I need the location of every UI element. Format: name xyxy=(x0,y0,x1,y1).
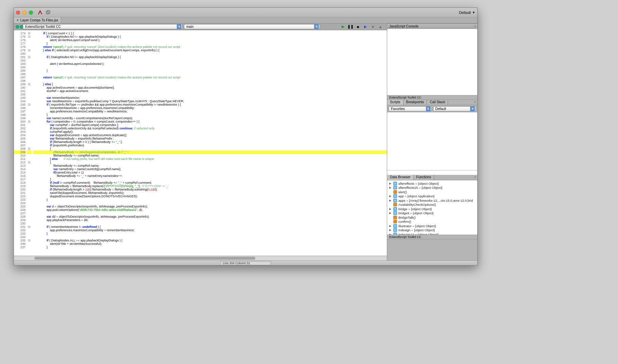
editor-toolbar: ⬤⬤ ExtendScript Toolkit CC ⇅ main ⇅ ▶ ❚❚… xyxy=(14,23,387,30)
code-area[interactable]: if ( compsCount < 1 ) { if ( DialogModes… xyxy=(32,30,387,256)
data-browser-row[interactable]: ▶ illustrator = [object Object] xyxy=(389,224,476,228)
data-browser-row[interactable]: ▶ indesign = [object Object] xyxy=(389,228,476,233)
panel-grip-icon: ≡ xyxy=(473,100,477,105)
data-browser-row[interactable]: ▶ indesign12 = [object Object] xyxy=(389,232,476,235)
data-browser-label: bridge = [object Object] xyxy=(398,207,432,211)
debug-controls: ▶ ❚❚ ■ ▶ ▼ ▲ xyxy=(338,24,385,29)
scripts-search-input[interactable] xyxy=(387,170,477,175)
data-browser-row[interactable]: ▶ bridge = [object Object] xyxy=(389,207,476,211)
data-browser-tabs: Data Browser Functions ≡ xyxy=(387,175,477,180)
data-browser-row[interactable]: ▶ app = [object Application] xyxy=(389,194,476,199)
disclosure-triangle-icon[interactable]: ▶ xyxy=(389,229,392,232)
favorites-dropdown[interactable]: Favorites ⇅ xyxy=(389,106,432,111)
app-logo-icon xyxy=(37,10,43,16)
chain-link-icon[interactable]: ⬤⬤ xyxy=(15,24,21,29)
object-icon xyxy=(393,228,397,232)
object-icon xyxy=(393,211,397,215)
workspace-switcher[interactable]: Default ▼ xyxy=(459,11,475,15)
function-icon xyxy=(393,216,397,219)
scripts-default-dropdown[interactable]: Default ⇅ xyxy=(433,106,476,111)
data-browser-label: aftereffects15 = [object Object] xyxy=(398,186,442,189)
stop-button[interactable]: ■ xyxy=(356,24,360,29)
data-browser-row[interactable]: confirm() xyxy=(389,220,476,224)
line-number-gutter: 1741751761771781791801811821831841851861… xyxy=(14,30,27,256)
scope-dropdown[interactable]: main ⇅ xyxy=(184,24,320,29)
tab-breakpoints[interactable]: Breakpoints xyxy=(404,100,427,105)
data-browser-row[interactable]: ▶ apps = [Array] fireworks-12,...cts-15.… xyxy=(389,198,476,203)
close-tab-icon[interactable]: × xyxy=(17,18,19,22)
console-panel-header[interactable]: JavaScript Console ≡ xyxy=(387,23,477,29)
zoom-window-icon[interactable] xyxy=(29,11,33,15)
status-bar: Line 204 Column 31 xyxy=(14,260,477,265)
windows-icon[interactable] xyxy=(45,10,51,16)
disclosure-triangle-icon[interactable] xyxy=(389,216,392,219)
chevron-down-icon: ⇅ xyxy=(470,107,475,111)
horizontal-scrollbar[interactable] xyxy=(14,256,387,260)
disclosure-triangle-icon[interactable]: ▶ xyxy=(389,186,392,189)
tab-data-browser[interactable]: Data Browser xyxy=(387,175,414,180)
target-application-dropdown[interactable]: ExtendScript Toolkit CC ⇅ xyxy=(23,24,183,29)
app-window: Default ▼ × Layer Comps To Files.jsx ⬤⬤ … xyxy=(14,7,478,266)
disclosure-triangle-icon[interactable]: ▶ xyxy=(389,224,392,228)
document-tab[interactable]: × Layer Comps To Files.jsx xyxy=(14,17,61,23)
pause-button[interactable]: ❚❚ xyxy=(348,24,353,29)
code-editor[interactable]: 1741751761771781791801811821831841851861… xyxy=(14,30,387,256)
panel-grip-icon: ≡ xyxy=(474,24,475,28)
editor-pane: ⬤⬤ ExtendScript Toolkit CC ⇅ main ⇅ ▶ ❚❚… xyxy=(14,23,387,260)
console-engine-label: ExtendScript Toolkit CC xyxy=(387,95,477,100)
disclosure-triangle-icon[interactable]: ▶ xyxy=(389,182,392,185)
console-output[interactable] xyxy=(387,29,477,95)
data-browser-row[interactable]: ▶ bridge8 = [object Object] xyxy=(389,211,476,216)
data-browser-row[interactable]: AvailabilityCheckOptions() xyxy=(389,203,476,207)
data-browser-label: confirm() xyxy=(398,220,411,223)
close-window-icon[interactable] xyxy=(16,11,20,15)
object-icon xyxy=(393,207,397,211)
workspace-label: Default xyxy=(459,11,471,15)
chevron-down-icon: ⇅ xyxy=(314,24,319,29)
data-browser-row[interactable]: alert() xyxy=(389,190,476,194)
cursor-position: Line 204 Column 31 xyxy=(220,261,271,265)
disclosure-triangle-icon[interactable]: ▶ xyxy=(389,199,392,202)
document-tabbar: × Layer Comps To Files.jsx xyxy=(14,17,477,23)
disclosure-triangle-icon[interactable] xyxy=(389,190,392,194)
step-over-button[interactable]: ▶ xyxy=(363,24,368,29)
disclosure-triangle-icon[interactable]: ▶ xyxy=(389,212,392,215)
data-browser-row[interactable]: ▶ aftereffects15 = [object Object] xyxy=(389,186,476,190)
data-browser-label: app = [object Application] xyxy=(398,194,434,198)
disclosure-triangle-icon[interactable] xyxy=(389,203,392,206)
fold-gutter[interactable]: ⊟⊟ ⊟ ⊟ ⊟ ⊟ ⊟ ⊟ ⊟ ⊟ ⊟ xyxy=(27,30,32,256)
object-icon xyxy=(393,233,397,235)
tab-functions[interactable]: Functions xyxy=(414,175,434,180)
tab-scripts[interactable]: Scripts xyxy=(387,100,404,105)
svg-rect-1 xyxy=(47,11,50,13)
data-browser-row[interactable]: ▶ aftereffects = [object Object] xyxy=(389,181,476,186)
chevron-down-icon: ⇅ xyxy=(177,24,182,29)
function-icon xyxy=(393,220,397,223)
target-application-value: ExtendScript Toolkit CC xyxy=(25,25,61,29)
data-browser-label: aftereffects = [object Object] xyxy=(398,182,439,185)
function-icon xyxy=(393,190,397,194)
data-browser-tree[interactable]: ▶ aftereffects = [object Object] ▶ after… xyxy=(387,180,477,235)
disclosure-triangle-icon[interactable] xyxy=(389,220,392,223)
data-browser-label: alert() xyxy=(398,190,407,194)
chevron-down-icon: ▼ xyxy=(472,11,475,14)
document-tab-label: Layer Comps To Files.jsx xyxy=(20,18,58,22)
step-into-button[interactable]: ▼ xyxy=(371,24,375,29)
disclosure-triangle-icon[interactable]: ▶ xyxy=(389,195,392,198)
scrollbar-thumb[interactable] xyxy=(34,257,255,260)
run-button[interactable]: ▶ xyxy=(341,24,345,29)
scripts-default-value: Default xyxy=(435,107,446,111)
function-icon xyxy=(393,203,397,206)
data-browser-engine-label: ExtendScript Toolkit CC xyxy=(387,235,477,239)
tab-call-stack[interactable]: Call Stack xyxy=(427,100,448,105)
panel-grip-icon: ≡ xyxy=(473,175,477,180)
disclosure-triangle-icon[interactable]: ▶ xyxy=(389,207,392,211)
titlebar: Default ▼ xyxy=(14,8,477,17)
data-browser-row[interactable]: BridgeTalk() xyxy=(389,215,476,220)
data-browser-label: apps = [Array] fireworks-12,...cts-15.0,… xyxy=(398,199,473,202)
scripts-list[interactable] xyxy=(387,112,477,170)
step-out-button[interactable]: ▲ xyxy=(378,24,383,29)
object-icon xyxy=(393,182,397,185)
minimize-window-icon[interactable] xyxy=(22,11,27,15)
object-icon xyxy=(393,186,397,189)
